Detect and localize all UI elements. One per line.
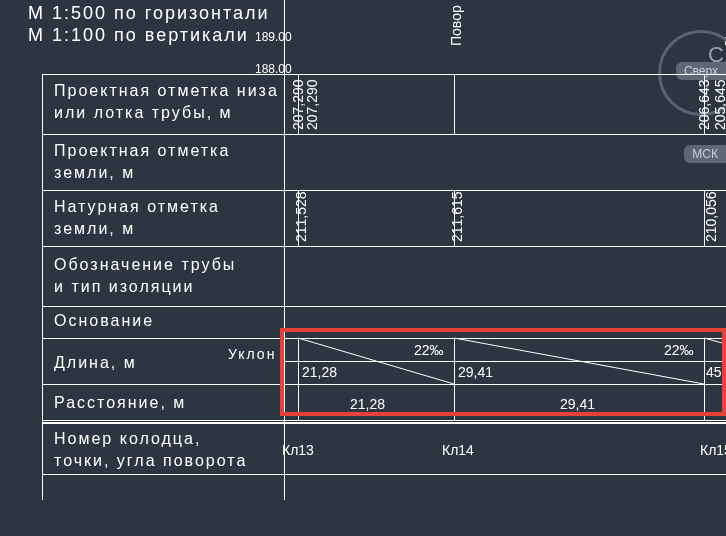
row-pipe-type-l2: и тип изоляции: [54, 278, 194, 296]
kl15-label: Кл15: [700, 442, 726, 458]
kl15-pipebottom-b: 205,645: [712, 79, 726, 130]
kl13-label: Кл13: [282, 442, 314, 458]
row-design-ground-l1: Проектная отметка: [54, 142, 230, 160]
top-view-badge[interactable]: Сверх: [676, 62, 726, 80]
kl13-actual-ground: 211,528: [293, 191, 309, 242]
r7-bot2: [42, 422, 726, 424]
row-pipe-type-l1: Обозначение трубы: [54, 256, 236, 274]
row-base: Основание: [54, 312, 154, 330]
r7-bot: [42, 420, 726, 421]
profile-table-canvas: М 1:500 по горизонтали М 1:100 по вертик…: [0, 0, 726, 536]
row-actual-ground-l1: Натурная отметка: [54, 198, 220, 216]
row-actual-ground-l2: земли, м: [54, 220, 135, 238]
col-left: [42, 74, 43, 500]
row-distance: Расстояние, м: [54, 394, 186, 412]
scale-horizontal: М 1:500 по горизонтали: [28, 3, 270, 24]
kl14-v-a: [454, 74, 455, 134]
kl14-actual-ground: 211,615: [449, 191, 465, 242]
row-pipe-bottom-l2: или лотка трубы, м: [54, 104, 233, 122]
kl15-actual-ground: 210,056: [703, 191, 719, 242]
row-manhole-l2: точки, угла поворота: [54, 452, 247, 470]
scale-vertical: М 1:100 по вертикали: [28, 25, 249, 46]
kl15-pipebottom-a: 206,643: [696, 79, 712, 130]
row-length: Длина, м: [54, 354, 137, 372]
r4-bot: [42, 306, 726, 307]
r2-bot: [42, 190, 726, 191]
r1-bot: [42, 134, 726, 135]
elev-189: 189.00: [255, 30, 292, 44]
kl14-label: Кл14: [442, 442, 474, 458]
turn-label-left: Повор: [448, 5, 464, 46]
r3-bot: [42, 246, 726, 247]
r8-bot: [42, 474, 726, 475]
row-design-ground-l2: земли, м: [54, 164, 135, 182]
row-top: [42, 74, 726, 75]
highlight-slope-row: [280, 328, 726, 416]
col-label-divider: [284, 0, 285, 500]
kl13-pipebottom-b: 207,290: [304, 79, 320, 130]
msk-badge[interactable]: МСК: [684, 145, 726, 163]
row-manhole-l1: Номер колодца,: [54, 430, 201, 448]
row-pipe-bottom-l1: Проектная отметка низа: [54, 82, 279, 100]
row-slope-word: Уклон: [228, 346, 276, 362]
